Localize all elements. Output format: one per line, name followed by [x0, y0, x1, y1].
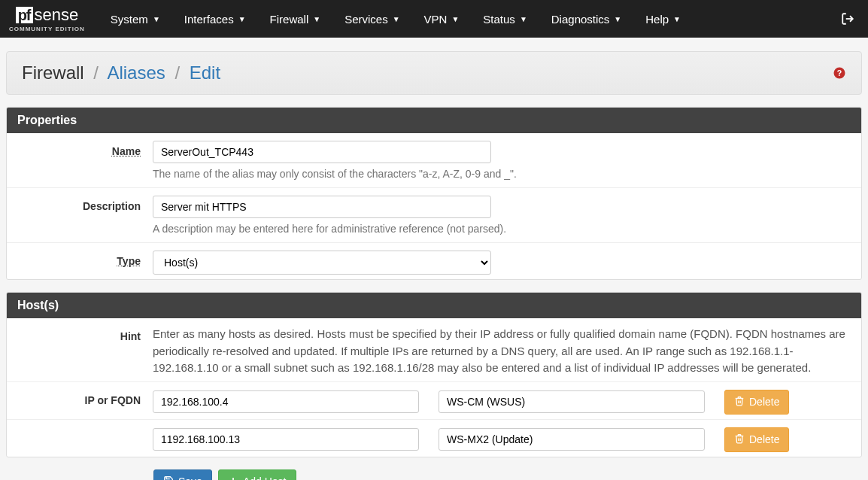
host-row: Delete: [153, 427, 851, 452]
host-row: Delete: [153, 390, 851, 415]
host-desc-input[interactable]: [439, 428, 705, 451]
delete-host-button[interactable]: Delete: [724, 427, 789, 452]
nav-vpn[interactable]: VPN▼: [412, 2, 472, 36]
save-icon: [163, 475, 174, 481]
name-input[interactable]: [153, 141, 491, 163]
nav-diagnostics[interactable]: Diagnostics▼: [539, 2, 633, 36]
properties-panel-header: Properties: [7, 108, 861, 133]
top-navbar: pfsense COMMUNITY EDITION System▼ Interf…: [0, 0, 868, 38]
label-hint: Hint: [17, 326, 153, 342]
label-ip-fqdn: IP or FQDN: [17, 390, 153, 406]
action-buttons: Save Add Host: [153, 469, 862, 481]
host-ip-input[interactable]: [153, 390, 419, 413]
help-icon[interactable]: ?: [833, 66, 846, 80]
caret-down-icon: ▼: [451, 15, 459, 23]
breadcrumb-firewall: Firewall: [22, 62, 84, 83]
caret-down-icon: ▼: [673, 15, 681, 23]
nav-status[interactable]: Status▼: [471, 2, 539, 36]
type-select[interactable]: Host(s): [153, 251, 491, 275]
caret-down-icon: ▼: [153, 15, 160, 23]
caret-down-icon: ▼: [393, 15, 400, 23]
label-type: Type: [17, 251, 153, 267]
nav-help[interactable]: Help▼: [633, 2, 693, 36]
caret-down-icon: ▼: [313, 15, 320, 23]
nav-system[interactable]: System▼: [99, 2, 172, 36]
caret-down-icon: ▼: [520, 15, 527, 23]
breadcrumb-panel: Firewall / Aliases / Edit ?: [6, 51, 862, 95]
add-host-button[interactable]: Add Host: [218, 469, 296, 481]
nav-firewall[interactable]: Firewall▼: [258, 2, 333, 36]
host-desc-input[interactable]: [439, 390, 705, 413]
hint-text: Enter as many hosts as desired. Hosts mu…: [153, 326, 851, 377]
trash-icon: [734, 433, 745, 446]
nav-menu: System▼ Interfaces▼ Firewall▼ Services▼ …: [99, 2, 836, 36]
caret-down-icon: ▼: [238, 15, 246, 23]
logo-edition: COMMUNITY EDITION: [9, 26, 85, 32]
description-input[interactable]: [153, 196, 491, 218]
trash-icon: [734, 396, 745, 409]
logout-icon[interactable]: [836, 12, 859, 26]
svg-text:?: ?: [837, 68, 842, 77]
properties-panel: Properties Name The name of the alias ma…: [6, 107, 862, 280]
breadcrumb: Firewall / Aliases / Edit: [22, 62, 833, 84]
plus-icon: [228, 475, 238, 481]
label-name: Name: [17, 141, 153, 157]
label-description: Description: [17, 196, 153, 212]
breadcrumb-edit[interactable]: Edit: [190, 62, 220, 83]
host-ip-input[interactable]: [153, 428, 419, 451]
breadcrumb-aliases[interactable]: Aliases: [107, 62, 165, 83]
save-button[interactable]: Save: [153, 469, 212, 481]
hosts-panel: Host(s) Hint Enter as many hosts as desi…: [6, 292, 862, 457]
help-name: The name of the alias may only consist o…: [153, 168, 851, 180]
logo[interactable]: pfsense COMMUNITY EDITION: [9, 5, 85, 32]
delete-host-button[interactable]: Delete: [724, 390, 789, 415]
hosts-panel-header: Host(s): [7, 293, 861, 318]
caret-down-icon: ▼: [614, 15, 621, 23]
nav-services[interactable]: Services▼: [332, 2, 411, 36]
help-description: A description may be entered here for ad…: [153, 223, 851, 235]
nav-interfaces[interactable]: Interfaces▼: [172, 2, 258, 36]
